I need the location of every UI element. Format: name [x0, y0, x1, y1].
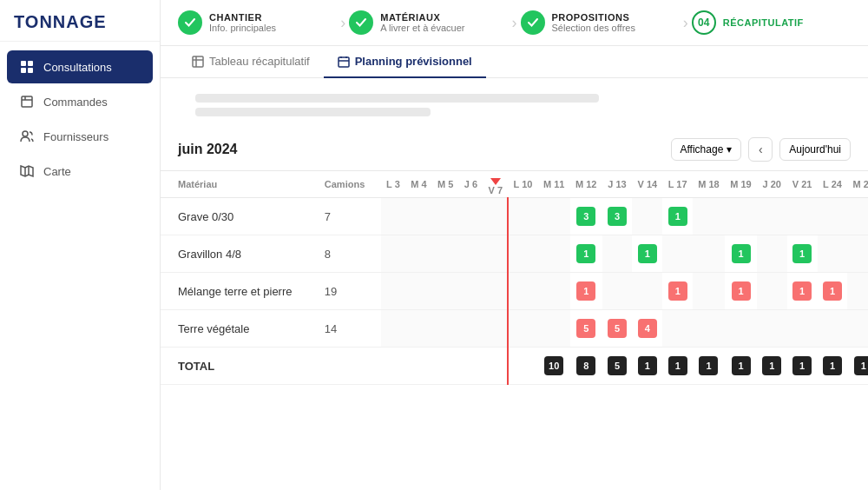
cell-camions-1: 8: [319, 235, 381, 273]
cell-0-3: [459, 198, 483, 235]
badge-4-12: 1: [732, 356, 751, 375]
sidebar-item-consultations[interactable]: Consultations: [7, 50, 153, 83]
cell-1-11: [693, 235, 725, 273]
step-propositions: PROPOSITIONS Sélection des offres: [521, 10, 680, 35]
sidebar-item-commandes[interactable]: Commandes: [7, 85, 153, 118]
sidebar-item-fournisseurs[interactable]: Fournisseurs: [7, 120, 153, 153]
cell-4-10: 1: [662, 348, 693, 385]
prev-button[interactable]: ‹: [748, 137, 773, 162]
badge-2-14: 1: [792, 281, 812, 301]
badge-4-11: 1: [699, 356, 718, 375]
col-header-m4: M 4: [405, 171, 432, 198]
cell-1-9: 1: [632, 235, 662, 273]
cell-2-13: [757, 273, 787, 310]
cell-camions-0: 7: [319, 198, 381, 235]
cell-4-7: 8: [570, 348, 602, 385]
users-icon: [19, 129, 35, 144]
step-3-title: PROPOSITIONS: [552, 12, 635, 23]
skeleton-bar-1: [195, 94, 599, 103]
cell-3-2: [432, 310, 459, 348]
step-3-check: [521, 10, 545, 35]
cell-2-0: [381, 273, 405, 310]
tab-tableau[interactable]: Tableau récapitulatif: [178, 46, 324, 78]
table-body: Grave 0/307331Gravillon 4/8811111Mélange…: [161, 198, 868, 385]
col-header-v14: V 14: [632, 171, 662, 198]
brand-name: TONNAGE: [14, 12, 107, 31]
cell-2-8: [602, 273, 633, 310]
cell-1-4: [483, 235, 508, 273]
today-button[interactable]: Aujourd'hui: [779, 138, 851, 161]
cell-0-8: 3: [602, 198, 633, 235]
cell-0-16: [847, 198, 868, 235]
step-2-check: [349, 10, 373, 35]
main-content: CHANTIER Info. principales › MATÉRIAUX A…: [161, 0, 868, 490]
calendar-header: juin 2024 Affichage ▾ ‹ Aujourd'hui: [161, 129, 868, 171]
col-header-m18: M 18: [693, 171, 725, 198]
cell-1-7: 1: [570, 235, 602, 273]
cell-4-8: 5: [602, 348, 633, 385]
badge-2-10: 1: [668, 281, 687, 301]
col-header-l17: L 17: [662, 171, 693, 198]
cell-1-13: [757, 235, 787, 273]
step-4-num: 04: [692, 10, 716, 35]
cell-0-11: [693, 198, 725, 235]
cell-3-1: [405, 310, 432, 348]
cell-1-12: 1: [725, 235, 757, 273]
cell-1-3: [459, 235, 483, 273]
cell-3-9: 4: [632, 310, 662, 348]
badge-4-13: 1: [762, 356, 781, 375]
connector-2: ›: [512, 14, 517, 32]
step-3-subtitle: Sélection des offres: [552, 23, 635, 33]
cell-materiau-1: Gravillon 4/8: [161, 235, 319, 273]
badge-2-15: 1: [823, 281, 842, 301]
sidebar: TONNAGE Consultations Comm: [0, 0, 161, 490]
col-header-m25: M 25: [847, 171, 868, 198]
table-row: Gravillon 4/8811111: [161, 235, 868, 273]
col-header-m11: M 11: [538, 171, 570, 198]
cell-2-9: [632, 273, 662, 310]
planning-table: Matériau Camions L 3 M 4 M 5 J 6 V 7 L 1…: [161, 171, 868, 385]
col-header-l3: L 3: [381, 171, 405, 198]
cell-4-3: [459, 348, 483, 385]
sidebar-label-consultations: Consultations: [43, 61, 112, 74]
svg-rect-0: [21, 61, 26, 66]
table-header-row: Matériau Camions L 3 M 4 M 5 J 6 V 7 L 1…: [161, 171, 868, 198]
cell-4-11: 1: [693, 348, 725, 385]
cell-3-16: [847, 310, 868, 348]
cell-2-1: [405, 273, 432, 310]
svg-rect-3: [28, 68, 33, 73]
cell-4-12: 1: [725, 348, 757, 385]
tab-planning[interactable]: Planning prévisionnel: [324, 46, 486, 78]
table-row: Grave 0/307331: [161, 198, 868, 235]
cell-2-14: 1: [787, 273, 818, 310]
chevron-down-icon: ▾: [727, 143, 732, 156]
cell-1-14: 1: [787, 235, 818, 273]
cell-1-2: [432, 235, 459, 273]
cell-2-5: [508, 273, 537, 310]
cell-0-12: [725, 198, 757, 235]
col-header-l10: L 10: [508, 171, 537, 198]
cell-1-1: [405, 235, 432, 273]
map-icon: [19, 163, 35, 179]
affichage-label: Affichage: [681, 143, 724, 156]
table-icon: [192, 56, 204, 68]
col-header-l24: L 24: [818, 171, 848, 198]
cell-3-4: [483, 310, 508, 348]
cell-2-12: 1: [725, 273, 757, 310]
today-marker: [490, 178, 501, 185]
connector-1: ›: [340, 14, 345, 32]
col-header-camions: Camions: [319, 171, 381, 198]
col-header-j20: J 20: [757, 171, 787, 198]
svg-rect-9: [193, 56, 203, 67]
affichage-button[interactable]: Affichage ▾: [671, 138, 742, 161]
tabs: Tableau récapitulatif Planning prévision…: [161, 46, 868, 78]
col-header-j13: J 13: [602, 171, 633, 198]
cell-3-13: [757, 310, 787, 348]
table-row: Mélange terre et pierre19111111: [161, 273, 868, 310]
badge-1-9: 1: [638, 244, 657, 263]
cell-2-6: [538, 273, 570, 310]
sidebar-item-carte[interactable]: Carte: [7, 155, 153, 188]
step-1-check: [178, 10, 202, 35]
cell-4-6: 10: [538, 348, 570, 385]
badge-4-16: 1: [854, 356, 868, 375]
